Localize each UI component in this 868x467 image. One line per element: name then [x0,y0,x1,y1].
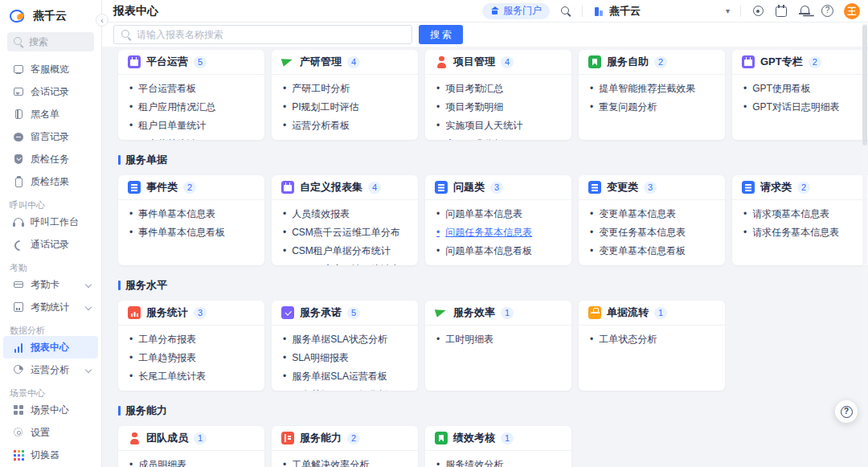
card-header[interactable]: 自定义报表集4 [272,175,418,200]
report-link[interactable]: 提单智能推荐拦截效果 [590,80,714,98]
notifications-icon[interactable] [798,5,811,18]
report-link[interactable]: SLA明细报表 [283,349,407,367]
workbench-icon[interactable] [751,5,764,18]
sidebar-item-card[interactable]: 考勤卡 [3,273,98,296]
sidebar-item-headset[interactable]: 呼叫工作台 [3,211,98,233]
card-header[interactable]: 团队成员1 [118,426,264,451]
card-header[interactable]: 项目管理4 [425,50,571,75]
count-badge: 5 [347,307,360,319]
report-link[interactable]: PI规划工时评估 [283,98,407,117]
report-link[interactable]: 变更单基本信息表 [590,205,714,223]
report-link[interactable]: 问题任务基本信息表 [436,223,560,242]
help-icon[interactable]: ? [821,5,833,17]
chevron-down-icon [84,367,92,374]
sidebar-item-apps[interactable]: 切换器 [3,444,98,466]
report-link[interactable]: 成员明细表 [129,456,253,467]
card-header[interactable]: 产研管理4 [272,50,418,75]
report-link[interactable]: GPT对话日志明细表 [743,98,867,117]
report-link[interactable]: 请求任务基本信息表 [743,223,867,242]
report-link[interactable]: 产研工时分析 [283,80,407,98]
scrollbar[interactable] [862,23,867,465]
global-search-icon[interactable] [560,6,571,17]
calendar-icon[interactable] [775,5,788,18]
report-link[interactable]: 工单状态分析 [590,330,714,349]
sidebar-item-shield[interactable]: 质检任务 [3,148,98,170]
card-header[interactable]: 服务统计3 [118,301,264,326]
report-link[interactable]: 变更单基本信息看板 [590,242,714,260]
report-link[interactable]: 工单趋势报表 [129,349,253,367]
sidebar-item-barchart[interactable]: 报表中心 [3,336,98,358]
report-link[interactable]: 服务单据SLA运营看板 [283,367,407,386]
report-link[interactable]: GPT使用看板 [743,80,867,98]
card-title: 服务自助 [607,55,649,69]
report-link[interactable]: 变更任务基本信息表 [590,223,714,242]
search-button[interactable]: 搜 索 [419,25,463,44]
report-link[interactable]: 平台运营看板 [129,80,253,98]
topbar: 报表中心 服务门户 燕千云 ▾ ? 王 [102,0,868,23]
report-link[interactable]: 运营分析看板 [283,117,407,135]
report-link[interactable]: CSM租户应用情况统计表 [283,260,407,265]
card-header[interactable]: 单据流转1 [579,301,725,326]
report-link[interactable]: 问题单基本信息看板 [436,242,560,260]
report-link[interactable]: 事件单基本信息表 [129,205,253,223]
report-search-input[interactable] [137,29,405,40]
report-link[interactable]: 重复问题分析 [590,98,714,117]
sidebar-item-chat[interactable]: 会话记录 [3,80,98,103]
card-header[interactable]: 服务效率1 [425,301,571,326]
card-header[interactable]: GPT专栏2 [732,50,868,75]
sidebar-item-monitor[interactable]: 客服概览 [3,58,98,80]
card-header[interactable]: 变更类3 [579,175,725,200]
card-header[interactable]: 服务自助2 [579,50,725,75]
card-header[interactable]: 请求类2 [732,175,868,200]
report-link[interactable]: 服务单据SLA明细分析 [283,386,407,391]
report-link[interactable]: 租户应用情况汇总 [129,98,253,117]
report-link[interactable]: 租户日单量统计 [129,117,253,135]
report-link[interactable]: 工时明细表 [436,330,560,349]
card-header[interactable]: 服务能力2 [272,426,418,451]
report-link[interactable]: 人员绩效报表 [283,205,407,223]
sidebar: 燕千云 搜索 客服概览会话记录黑名单留言记录质检任务质检结果呼叫中心呼叫工作台通… [0,0,102,467]
report-link[interactable]: 产研需求分析 [436,135,560,140]
briefcase-icon [588,306,601,319]
report-link[interactable]: 实施项目人天统计 [436,117,560,135]
scrollbar-thumb[interactable] [862,25,867,145]
divider [582,6,583,17]
report-search-box[interactable] [113,25,412,44]
floating-help-button[interactable]: ? [835,400,858,423]
card-header[interactable]: 服务承诺5 [272,301,418,326]
report-link[interactable]: 问题单基本信息表 [436,205,560,223]
sidebar-item-pie[interactable]: 运营分析 [3,358,98,381]
card-header[interactable]: 绩效考核1 [425,426,571,451]
report-link[interactable]: CSM租户单据分布统计 [283,242,407,260]
sidebar-item-book[interactable]: 黑名单 [3,103,98,125]
report-link[interactable]: 长尾工单统计表 [129,367,253,386]
card-title: GPT专栏 [760,55,803,69]
report-link[interactable]: 服务绩效分析 [436,456,560,467]
sidebar-item-stats[interactable]: 考勤统计 [3,296,98,318]
sidebar-search-input[interactable]: 搜索 [7,32,94,51]
report-link[interactable]: 事件单基本信息看板 [129,223,253,242]
sidebar-item-message[interactable]: 留言记录 [3,125,98,148]
report-link[interactable]: 请求项基本信息表 [743,205,867,223]
report-link[interactable]: 工单解决效率分析 [283,456,407,467]
sidebar-item-label: 考勤统计 [31,301,69,314]
report-link[interactable]: 项目考勤明细 [436,98,560,117]
card-header[interactable]: 平台运营5 [118,50,264,75]
report-link[interactable]: CSM燕千云运维工单分布 [283,223,407,242]
report-link[interactable]: 服务单据SLA状态分析 [283,330,407,349]
avatar[interactable]: 王 [844,3,860,19]
sidebar-item-gear[interactable]: 设置 [3,421,98,444]
search-icon [13,36,24,47]
count-badge: 2 [654,56,667,68]
sidebar-item-clipboard[interactable]: 质检结果 [3,170,98,193]
report-link[interactable]: 项目考勤汇总 [436,80,560,98]
org-selector[interactable]: 燕千云 ▾ [593,4,730,18]
sidebar-item-grid[interactable]: 场景中心 [3,399,98,421]
card-header[interactable]: 问题类3 [425,175,571,200]
card-header[interactable]: 事件类2 [118,175,264,200]
sidebar-collapse-button[interactable]: ‹ [96,14,108,27]
report-link[interactable]: 平台营单统计 [129,135,253,140]
sidebar-item-phone[interactable]: 通话记录 [3,233,98,256]
report-link[interactable]: 工单分布报表 [129,330,253,349]
service-portal-button[interactable]: 服务门户 [482,3,550,19]
